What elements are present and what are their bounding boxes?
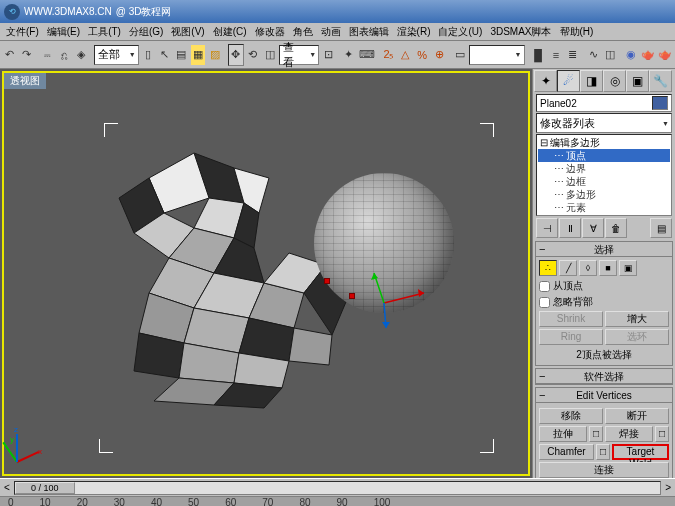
subobj-polygon[interactable]: ■	[599, 260, 617, 276]
menu-view[interactable]: 视图(V)	[167, 24, 208, 40]
remove-mod-button[interactable]: 🗑	[605, 218, 627, 238]
menu-script[interactable]: 3DSMAX脚本	[486, 24, 555, 40]
object-color-swatch[interactable]	[652, 96, 668, 110]
scale-button[interactable]: ◫	[262, 44, 278, 66]
stack-border[interactable]: ⋯边框	[538, 175, 670, 188]
window-cross-button[interactable]: ▨	[207, 44, 223, 66]
spinner-snap-button[interactable]: ⊕	[431, 44, 447, 66]
named-sel-button[interactable]: ▭	[452, 44, 468, 66]
unique-button[interactable]: ∀	[582, 218, 604, 238]
quick-render-button[interactable]: 🫖	[657, 44, 673, 66]
material-button[interactable]: ◉	[623, 44, 639, 66]
title-url: WWW.3DMAX8.CN	[24, 6, 112, 17]
snap-2d-button[interactable]: 2₅	[381, 44, 397, 66]
select-region-button[interactable]: ▦	[190, 44, 206, 66]
menu-help[interactable]: 帮助(H)	[556, 24, 598, 40]
rotate-button[interactable]: ⟲	[245, 44, 261, 66]
stack-element[interactable]: ⋯元素	[538, 201, 670, 214]
break-button[interactable]: 断开	[605, 408, 669, 424]
object-name-field[interactable]: Plane02	[540, 98, 577, 109]
keyboard-button[interactable]: ⌨	[358, 44, 376, 66]
select-arrow-button[interactable]: ↖	[157, 44, 173, 66]
connect-button[interactable]: 连接	[539, 462, 669, 478]
ignore-back-checkbox[interactable]	[539, 297, 550, 308]
stack-vertex[interactable]: ⋯顶点	[538, 149, 670, 162]
move-button[interactable]: ✥	[228, 44, 244, 66]
menu-role[interactable]: 角色	[289, 24, 317, 40]
utility-tab[interactable]: 🔧	[649, 70, 672, 92]
menu-edit[interactable]: 编辑(E)	[43, 24, 84, 40]
display-tab[interactable]: ▣	[626, 70, 649, 92]
menu-render[interactable]: 渲染(R)	[393, 24, 435, 40]
selection-info: 2顶点被选择	[539, 348, 669, 362]
subobj-element[interactable]: ▣	[619, 260, 637, 276]
weld-button[interactable]: 焊接	[605, 426, 653, 442]
menu-file[interactable]: 文件(F)	[2, 24, 43, 40]
modify-tab[interactable]: ☄	[557, 70, 580, 92]
unlink-button[interactable]: ⎌	[56, 44, 72, 66]
pivot-button[interactable]: ⊡	[320, 44, 336, 66]
schematic-button[interactable]: ◫	[602, 44, 618, 66]
remove-button[interactable]: 移除	[539, 408, 603, 424]
stack-edge[interactable]: ⋯边界	[538, 162, 670, 175]
weld-settings-button[interactable]: □	[655, 426, 669, 442]
subobj-border[interactable]: ◊	[579, 260, 597, 276]
shrink-button[interactable]: Shrink	[539, 311, 603, 327]
modifier-stack[interactable]: ⊟编辑多边形 ⋯顶点 ⋯边界 ⋯边框 ⋯多边形 ⋯元素	[536, 134, 672, 216]
target-weld-button[interactable]: Target Weld	[612, 444, 669, 460]
by-vertex-checkbox[interactable]	[539, 281, 550, 292]
motion-tab[interactable]: ◎	[603, 70, 626, 92]
redo-button[interactable]: ↷	[19, 44, 35, 66]
show-end-button[interactable]: Ⅱ	[559, 218, 581, 238]
snap-percent-button[interactable]: %	[414, 44, 430, 66]
subobj-edge[interactable]: ╱	[559, 260, 577, 276]
chamfer-settings-button[interactable]: □	[596, 444, 610, 460]
link-button[interactable]: ⎓	[40, 44, 56, 66]
curve-editor-button[interactable]: ∿	[585, 44, 601, 66]
extrude-button[interactable]: 拉伸	[539, 426, 587, 442]
edit-vertices-header[interactable]: Edit Vertices	[536, 388, 672, 403]
undo-button[interactable]: ↶	[2, 44, 18, 66]
layer-button[interactable]: ≣	[565, 44, 581, 66]
menu-custom[interactable]: 自定义(U)	[434, 24, 486, 40]
configure-button[interactable]: ▤	[650, 218, 672, 238]
chamfer-button[interactable]: Chamfer	[539, 444, 594, 460]
grow-button[interactable]: 增大	[605, 311, 669, 327]
loop-button[interactable]: 选环	[605, 329, 669, 345]
subobj-vertex[interactable]: ∴	[539, 260, 557, 276]
selection-filter-dropdown[interactable]: 全部	[94, 45, 139, 65]
render-scene-button[interactable]: 🫖	[640, 44, 656, 66]
softsel-rollout-header[interactable]: 软件选择	[536, 369, 672, 384]
menu-group[interactable]: 分组(G)	[125, 24, 167, 40]
menu-tools[interactable]: 工具(T)	[84, 24, 125, 40]
pin-stack-button[interactable]: ⊣	[536, 218, 558, 238]
named-sel-dropdown[interactable]	[469, 45, 525, 65]
ring-button[interactable]: Ring	[539, 329, 603, 345]
extrude-settings-button[interactable]: □	[589, 426, 603, 442]
snap-angle-button[interactable]: △	[397, 44, 413, 66]
time-thumb[interactable]: 0 / 100	[15, 482, 75, 494]
selection-rollout-header[interactable]: 选择	[536, 242, 672, 257]
select-name-button[interactable]: ▤	[174, 44, 190, 66]
viewport[interactable]: 透视图	[0, 69, 532, 478]
menu-modifier[interactable]: 修改器	[251, 24, 289, 40]
menu-graph[interactable]: 图表编辑	[345, 24, 393, 40]
time-ruler[interactable]: 0102030405060708090100	[0, 496, 675, 506]
hierarchy-tab[interactable]: ◨	[580, 70, 603, 92]
selection-bracket	[99, 439, 113, 453]
align-button[interactable]: ≡	[548, 44, 564, 66]
stack-poly[interactable]: ⋯多边形	[538, 188, 670, 201]
menu-anim[interactable]: 动画	[317, 24, 345, 40]
transform-gizmo[interactable]	[364, 263, 434, 333]
select-button[interactable]: ▯	[140, 44, 156, 66]
refcoord-dropdown[interactable]: 查看	[279, 45, 320, 65]
time-slider[interactable]: < 0 / 100 >	[0, 478, 675, 496]
vertex-marker	[349, 293, 355, 299]
mirror-button[interactable]: ▐▌	[529, 44, 547, 66]
menu-bar: 文件(F) 编辑(E) 工具(T) 分组(G) 视图(V) 创建(C) 修改器 …	[0, 23, 675, 41]
modifier-list-dropdown[interactable]: 修改器列表	[536, 113, 672, 133]
menu-create[interactable]: 创建(C)	[209, 24, 251, 40]
create-tab[interactable]: ✦	[534, 70, 557, 92]
bind-button[interactable]: ◈	[73, 44, 89, 66]
manip-button[interactable]: ✦	[341, 44, 357, 66]
